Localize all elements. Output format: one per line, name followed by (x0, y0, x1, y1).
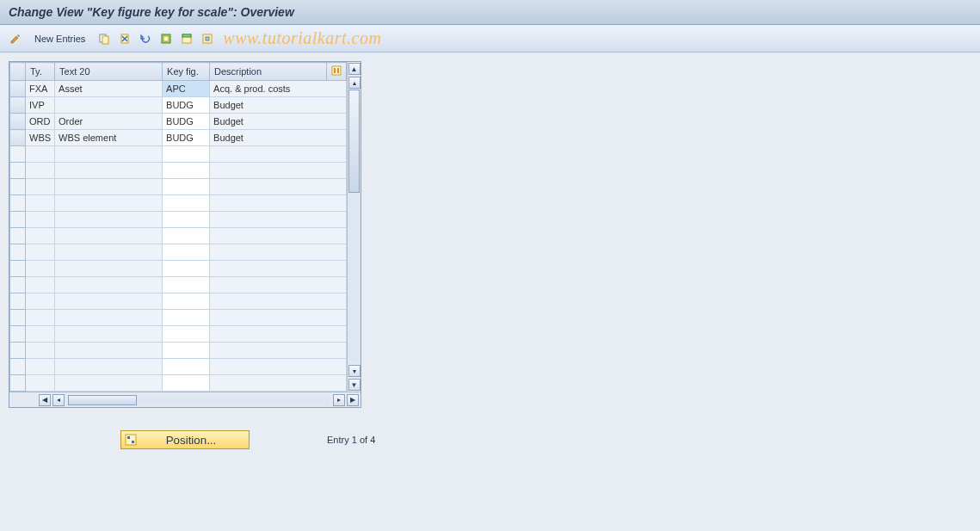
row-selector[interactable] (10, 326, 26, 343)
svg-rect-14 (126, 435, 136, 445)
row-selector[interactable] (10, 163, 26, 179)
row-selector[interactable] (10, 310, 26, 326)
svg-rect-1 (102, 36, 108, 44)
undo-icon[interactable] (137, 30, 154, 47)
entry-count-text: Entry 1 of 4 (327, 435, 375, 445)
table-row-empty (10, 179, 347, 195)
row-selector[interactable] (10, 114, 26, 130)
row-selector[interactable] (10, 195, 26, 212)
scroll-bottom-icon[interactable]: ▼ (348, 379, 361, 391)
scroll-top-icon[interactable]: ▲ (348, 63, 361, 75)
scroll-down-icon[interactable]: ▾ (348, 365, 361, 377)
cell-text20: Order (55, 114, 163, 130)
page-title: Change View "Key figure key for scale": … (0, 0, 980, 25)
table-row[interactable]: FXAAssetAcq. & prod. costs (10, 81, 347, 97)
cell-ty: IVP (26, 97, 55, 114)
scroll-first-icon[interactable]: ◀ (39, 394, 51, 406)
scroll-up-icon[interactable]: ▴ (348, 77, 361, 89)
horizontal-scrollbar[interactable]: ◀ ◂ ▸ ▶ (9, 392, 361, 407)
row-selector[interactable] (10, 146, 26, 163)
col-header-keyfig[interactable]: Key fig. (163, 63, 210, 81)
table-row-empty (10, 310, 347, 326)
cell-ty: WBS (26, 130, 55, 146)
svg-rect-12 (334, 68, 336, 73)
delete-icon[interactable] (116, 30, 133, 47)
scroll-last-icon[interactable]: ▶ (347, 394, 359, 406)
svg-rect-13 (337, 68, 339, 73)
scroll-right-icon[interactable]: ▸ (333, 394, 345, 406)
table-row-empty (10, 146, 347, 163)
table-row[interactable]: WBSWBS elementBudget (10, 130, 347, 146)
row-selector[interactable] (10, 359, 26, 375)
table-row-empty (10, 212, 347, 228)
row-selector[interactable] (10, 179, 26, 195)
row-selector[interactable] (10, 261, 26, 277)
row-selector[interactable] (10, 130, 26, 146)
row-selector[interactable] (10, 293, 26, 310)
col-header-ty[interactable]: Ty. (26, 63, 55, 81)
select-all-corner[interactable] (10, 63, 26, 81)
keyfig-input[interactable] (166, 116, 206, 127)
cell-ty: FXA (26, 81, 55, 97)
deselect-all-icon[interactable] (199, 30, 216, 47)
row-selector[interactable] (10, 97, 26, 114)
cell-text20 (55, 97, 163, 114)
watermark-text: www.tutorialkart.com (223, 28, 381, 48)
keyfig-input[interactable] (166, 83, 206, 94)
table-config-button[interactable] (327, 63, 347, 81)
table-row-empty (10, 293, 347, 310)
position-button[interactable]: Position... (120, 430, 250, 449)
cell-text20: WBS element (55, 130, 163, 146)
position-label: Position... (142, 434, 240, 447)
hscroll-thumb[interactable] (68, 395, 137, 405)
data-grid: Ty. Text 20 Key fig. Description FXAAsse… (9, 61, 361, 408)
cell-keyfig[interactable] (163, 130, 210, 146)
table-row-empty (10, 375, 347, 392)
table-row-empty (10, 277, 347, 293)
table-row-empty (10, 359, 347, 375)
cell-keyfig[interactable] (163, 114, 210, 130)
cell-ty: ORD (26, 114, 55, 130)
select-block-icon[interactable] (178, 30, 195, 47)
table-row-empty (10, 228, 347, 244)
cell-desc: Acq. & prod. costs (210, 81, 347, 97)
row-selector[interactable] (10, 277, 26, 293)
col-header-desc[interactable]: Description (210, 63, 327, 81)
row-selector[interactable] (10, 228, 26, 244)
scroll-left-icon[interactable]: ◂ (52, 394, 65, 406)
position-icon (125, 434, 137, 446)
new-entries-button[interactable]: New Entries (28, 31, 92, 46)
table-row[interactable]: IVPBudget (10, 97, 347, 114)
row-selector[interactable] (10, 343, 26, 359)
svg-rect-11 (332, 66, 341, 75)
vertical-scrollbar[interactable]: ▲ ▴ ▾ ▼ (347, 62, 361, 392)
svg-rect-8 (182, 34, 191, 37)
cell-keyfig[interactable] (163, 97, 210, 114)
copy-as-icon[interactable] (96, 30, 113, 47)
svg-rect-15 (127, 436, 130, 439)
cell-desc: Budget (210, 114, 347, 130)
svg-rect-6 (163, 36, 169, 41)
cell-keyfig[interactable] (163, 81, 210, 97)
col-header-text20[interactable]: Text 20 (55, 63, 163, 81)
row-selector[interactable] (10, 81, 26, 97)
toggle-display-change-icon[interactable] (7, 30, 24, 47)
table-row-empty (10, 343, 347, 359)
scroll-thumb[interactable] (348, 90, 360, 193)
row-selector[interactable] (10, 212, 26, 228)
table-row[interactable]: ORDOrderBudget (10, 114, 347, 130)
select-all-icon[interactable] (157, 30, 175, 47)
svg-rect-10 (206, 37, 209, 40)
table-row-empty (10, 195, 347, 212)
keyfig-input[interactable] (166, 133, 206, 143)
cell-desc: Budget (210, 97, 347, 114)
table-row-empty (10, 261, 347, 277)
cell-text20: Asset (55, 81, 163, 97)
row-selector[interactable] (10, 375, 26, 392)
keyfig-input[interactable] (166, 100, 206, 110)
table-row-empty (10, 163, 347, 179)
row-selector[interactable] (10, 244, 26, 261)
cell-desc: Budget (210, 130, 347, 146)
toolbar: New Entries www.tutorialkart.com (0, 25, 980, 52)
table-row-empty (10, 244, 347, 261)
